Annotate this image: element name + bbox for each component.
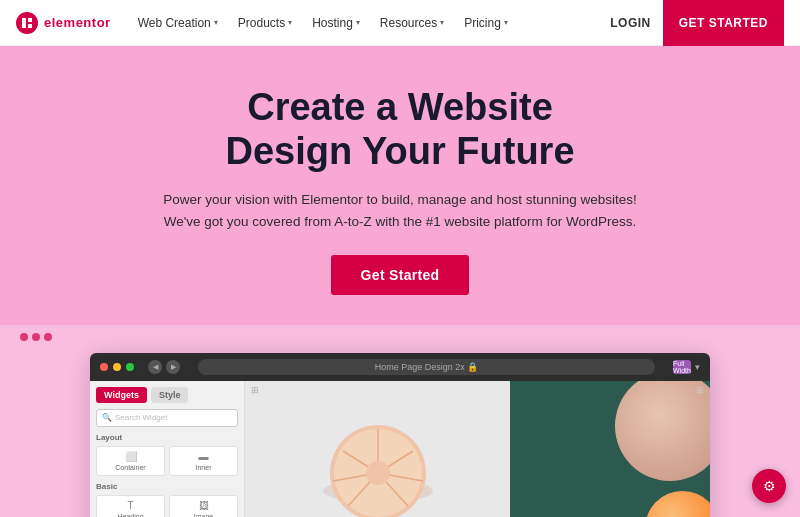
close-dot[interactable] — [100, 363, 108, 371]
canvas-left[interactable]: + ⊞ — [245, 381, 510, 517]
canvas-handle-left: ⊞ — [251, 385, 259, 395]
browser-mockup-area: ◀ ▶ Home Page Design 2x 🔒 Full Width ▾ W… — [0, 343, 800, 517]
url-text: Home Page Design 2x 🔒 — [375, 362, 479, 372]
image-icon: 🖼 — [199, 500, 209, 511]
browser-back-icon[interactable]: ◀ — [148, 360, 162, 374]
section-layout: Layout ⬜ Container ▬ Inner — [96, 433, 238, 476]
heading-icon: T — [127, 500, 133, 511]
search-icon: 🔍 — [102, 413, 112, 422]
logo[interactable]: elementor — [16, 12, 111, 34]
hero-cta-button[interactable]: Get Started — [331, 255, 470, 295]
tab-widgets[interactable]: Widgets — [96, 387, 147, 403]
circle-decoration-2 — [645, 491, 710, 517]
nav-item-products[interactable]: Products ▾ — [229, 0, 301, 46]
pink-dot-3 — [44, 333, 52, 341]
viewport-dropdown-icon[interactable]: ▾ — [695, 362, 700, 372]
minimize-dot[interactable] — [113, 363, 121, 371]
settings-icon: ⚙ — [763, 478, 776, 494]
inner-icon: ▬ — [199, 451, 209, 462]
nav-item-web-creation[interactable]: Web Creation ▾ — [129, 0, 227, 46]
widget-container[interactable]: ⬜ Container — [96, 446, 165, 476]
fab-button[interactable]: ⚙ — [752, 469, 786, 503]
browser-traffic-lights — [100, 363, 134, 371]
widget-search[interactable]: 🔍 Search Widget — [96, 409, 238, 427]
editor-body: Widgets Style 🔍 Search Widget Layout ⬜ C… — [90, 381, 710, 517]
circle-decoration-1 — [615, 381, 710, 481]
widget-image[interactable]: 🖼 Image — [169, 495, 238, 517]
browser-dots-row — [0, 325, 800, 343]
svg-rect-3 — [28, 24, 32, 28]
hero-headline: Create a Website Design Your Future — [20, 86, 780, 173]
navbar: elementor Web Creation ▾ Products ▾ Host… — [0, 0, 800, 46]
nav-right: LOGIN GET STARTED — [610, 0, 784, 46]
nav-item-pricing[interactable]: Pricing ▾ — [455, 0, 517, 46]
browser-forward-icon[interactable]: ▶ — [166, 360, 180, 374]
canvas-right[interactable]: ⊞ — [510, 381, 710, 517]
svg-rect-1 — [22, 18, 26, 28]
svg-point-0 — [16, 12, 38, 34]
section-layout-title: Layout — [96, 433, 238, 442]
hero-section: Create a Website Design Your Future Powe… — [0, 46, 800, 325]
pink-dot-1 — [20, 333, 28, 341]
svg-point-7 — [366, 461, 390, 485]
nav-item-hosting[interactable]: Hosting ▾ — [303, 0, 369, 46]
layout-widgets: ⬜ Container ▬ Inner — [96, 446, 238, 476]
pink-dot-2 — [32, 333, 40, 341]
canvas-handle-right: ⊞ — [696, 385, 704, 395]
container-icon: ⬜ — [125, 451, 137, 462]
section-basic: Basic T Heading 🖼 Image — Divider — [96, 482, 238, 517]
widget-inner[interactable]: ▬ Inner — [169, 446, 238, 476]
chevron-down-icon: ▾ — [214, 18, 218, 27]
chevron-down-icon: ▾ — [440, 18, 444, 27]
editor-tabs: Widgets Style — [96, 387, 238, 403]
basic-widgets: T Heading 🖼 Image — Divider ↕ — [96, 495, 238, 517]
svg-rect-2 — [28, 18, 32, 22]
widget-heading[interactable]: T Heading — [96, 495, 165, 517]
browser-url-bar[interactable]: Home Page Design 2x 🔒 — [198, 359, 655, 375]
browser-window: ◀ ▶ Home Page Design 2x 🔒 Full Width ▾ W… — [90, 353, 710, 517]
editor-sidebar: Widgets Style 🔍 Search Widget Layout ⬜ C… — [90, 381, 245, 517]
nav-links: Web Creation ▾ Products ▾ Hosting ▾ Reso… — [129, 0, 611, 46]
login-button[interactable]: LOGIN — [610, 16, 651, 30]
logo-text: elementor — [44, 15, 111, 30]
grapefruit-image — [313, 411, 443, 517]
editor-canvas: + ⊞ ⊞ — [245, 381, 710, 517]
tab-style[interactable]: Style — [151, 387, 189, 403]
section-basic-title: Basic — [96, 482, 238, 491]
get-started-nav-button[interactable]: GET STARTED — [663, 0, 784, 46]
hero-subtext: Power your vision with Elementor to buil… — [150, 189, 650, 232]
viewport-selector[interactable]: Full Width — [673, 360, 691, 374]
nav-item-resources[interactable]: Resources ▾ — [371, 0, 453, 46]
chevron-down-icon: ▾ — [288, 18, 292, 27]
browser-topbar: ◀ ▶ Home Page Design 2x 🔒 Full Width ▾ — [90, 353, 710, 381]
chevron-down-icon: ▾ — [356, 18, 360, 27]
maximize-dot[interactable] — [126, 363, 134, 371]
chevron-down-icon: ▾ — [504, 18, 508, 27]
search-placeholder: Search Widget — [115, 413, 167, 422]
